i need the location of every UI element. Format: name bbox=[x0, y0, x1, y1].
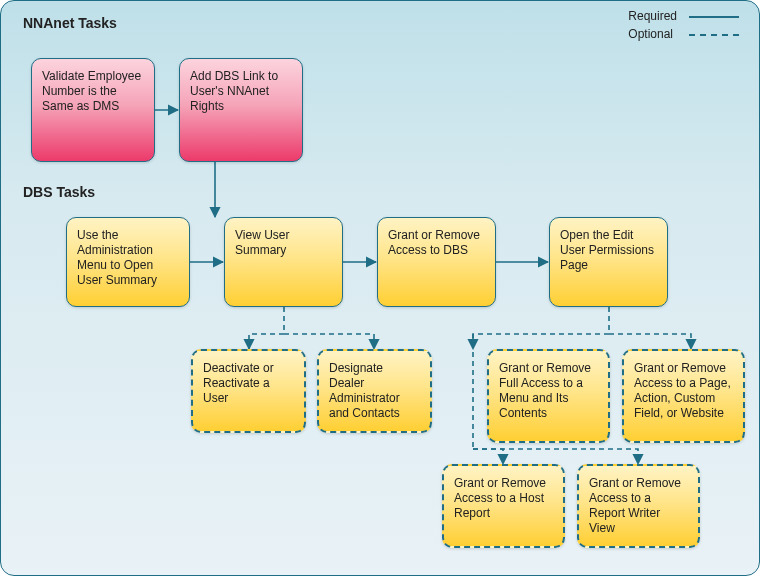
node-open-edit-permissions: Open the Edit User Permissions Page bbox=[549, 217, 668, 307]
node-host-report: Grant or Remove Access to a Host Report bbox=[442, 464, 565, 548]
node-deactivate-user: Deactivate or Reactivate a User bbox=[191, 349, 306, 433]
node-validate-employee: Validate Employee Number is the Same as … bbox=[31, 58, 155, 162]
node-full-access-menu: Grant or Remove Full Access to a Menu an… bbox=[487, 349, 610, 443]
legend-optional-label: Optional bbox=[622, 25, 683, 43]
legend: Required Optional bbox=[622, 7, 745, 43]
legend-required-label: Required bbox=[622, 7, 683, 25]
section-title-dbs: DBS Tasks bbox=[23, 184, 95, 200]
node-grant-remove-dbs: Grant or Remove Access to DBS bbox=[377, 217, 496, 307]
section-title-nnanet: NNAnet Tasks bbox=[23, 15, 117, 31]
legend-required-line bbox=[689, 16, 739, 18]
flowchart-canvas: NNAnet Tasks DBS Tasks Required Optional bbox=[0, 0, 760, 576]
node-admin-menu: Use the Administration Menu to Open User… bbox=[66, 217, 190, 307]
legend-optional-line bbox=[689, 34, 739, 36]
node-access-page-action: Grant or Remove Access to a Page, Action… bbox=[622, 349, 745, 443]
node-designate-admin: Designate Dealer Administrator and Conta… bbox=[317, 349, 432, 433]
node-view-user-summary: View User Summary bbox=[224, 217, 343, 307]
node-add-dbs-link: Add DBS Link to User's NNAnet Rights bbox=[179, 58, 303, 162]
node-report-writer-view: Grant or Remove Access to a Report Write… bbox=[577, 464, 700, 548]
